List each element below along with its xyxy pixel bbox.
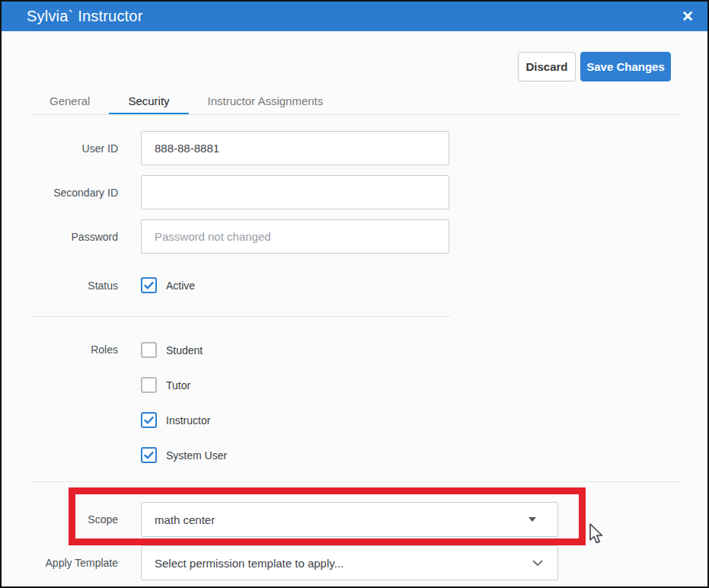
checkbox-checked-icon[interactable] [141,412,157,428]
scope-label: Scope [30,513,118,526]
roles-row: Roles Student Tutor [30,342,227,463]
apply-template-selected-value: Select permission template to apply... [155,557,532,570]
checkbox-unchecked-icon[interactable] [141,377,157,393]
section-divider [30,481,680,482]
role-system-user-label: System User [166,449,227,462]
tab-instructor-assignments-label: Instructor Assignments [208,94,324,107]
role-student-label: Student [166,344,203,356]
role-instructor-checkbox-row[interactable]: Instructor [141,412,227,428]
scope-row: Scope math center [30,502,558,537]
roles-checkbox-group: Student Tutor Instructor [141,342,227,463]
discard-button[interactable]: Discard [518,52,576,81]
status-active-checkbox-row[interactable]: Active [141,277,195,293]
apply-template-row: Apply Template Select permission templat… [30,545,558,580]
scope-select[interactable]: math center [141,502,558,537]
dialog-titlebar: Sylvia` Instructor ✕ [2,2,707,31]
section-divider [30,316,451,317]
roles-label: Roles [30,342,118,358]
password-input[interactable] [141,219,449,254]
close-icon[interactable]: ✕ [679,8,697,25]
checkbox-unchecked-icon[interactable] [141,342,157,358]
dialog-title: Sylvia` Instructor [27,8,143,25]
checkmark-icon [143,280,155,291]
apply-template-select[interactable]: Select permission template to apply... [141,545,558,580]
user-id-row: User ID [30,131,449,165]
user-id-label: User ID [30,142,118,155]
role-instructor-label: Instructor [166,414,210,427]
save-changes-button[interactable]: Save Changes [580,52,671,81]
role-student-checkbox-row[interactable]: Student [141,342,227,358]
tab-general-label: General [50,94,90,107]
tab-general[interactable]: General [30,86,109,115]
instructor-edit-dialog: Sylvia` Instructor ✕ Discard Save Change… [0,0,709,588]
secondary-id-row: Secondary ID [30,175,449,209]
apply-template-label: Apply Template [30,557,118,569]
tab-bar: General Security Instructor Assignments [30,86,342,115]
role-tutor-label: Tutor [166,379,190,391]
mouse-cursor-icon [589,523,607,545]
checkbox-checked-icon[interactable] [141,447,157,463]
dropdown-caret-icon [529,517,536,522]
scope-selected-value: math center [155,513,529,526]
user-id-input[interactable] [141,131,449,165]
status-option-label: Active [166,280,195,292]
status-label: Status [30,280,118,292]
password-row: Password [30,219,449,254]
checkmark-icon [143,414,155,426]
password-label: Password [30,231,118,243]
chevron-down-icon [532,560,543,567]
role-tutor-checkbox-row[interactable]: Tutor [141,377,227,393]
status-row: Status Active [30,268,195,302]
secondary-id-input[interactable] [141,175,449,209]
checkbox-checked-icon[interactable] [141,277,157,293]
dialog-actions: Discard Save Changes [518,52,671,81]
tab-security[interactable]: Security [109,86,188,115]
role-system-user-checkbox-row[interactable]: System User [141,447,227,463]
secondary-id-label: Secondary ID [30,187,118,199]
tab-bar-divider [30,114,680,115]
tab-security-label: Security [128,94,169,107]
checkmark-icon [143,449,155,461]
tab-instructor-assignments[interactable]: Instructor Assignments [189,86,343,115]
